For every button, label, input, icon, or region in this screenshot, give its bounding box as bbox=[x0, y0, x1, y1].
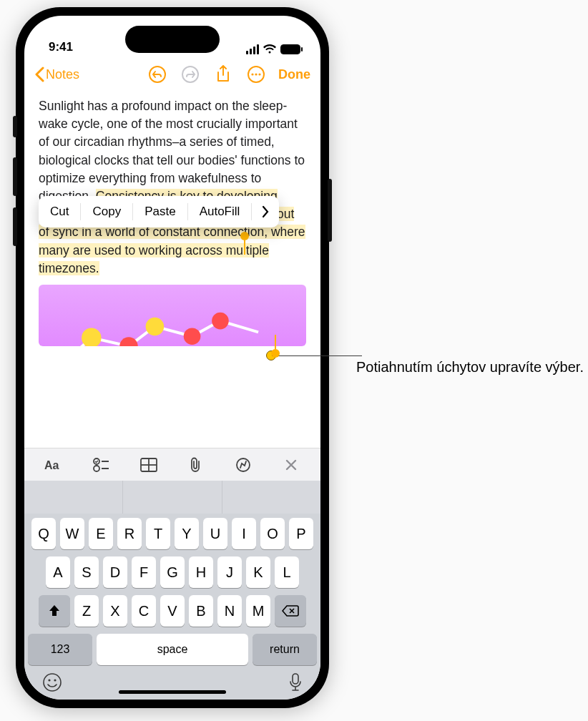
key-numbers[interactable]: 123 bbox=[28, 634, 92, 665]
battery-icon bbox=[280, 44, 300, 54]
key-l[interactable]: L bbox=[275, 556, 299, 588]
keyboard-row-bottom: 123 space return bbox=[28, 634, 317, 665]
svg-point-26 bbox=[44, 674, 61, 691]
emoji-button[interactable] bbox=[42, 672, 62, 692]
close-toolbar-icon[interactable] bbox=[280, 453, 303, 476]
wifi-icon bbox=[263, 44, 276, 54]
key-c[interactable]: C bbox=[132, 595, 156, 627]
markup-icon[interactable] bbox=[232, 453, 255, 476]
key-backspace[interactable] bbox=[275, 595, 306, 627]
key-w[interactable]: W bbox=[60, 518, 84, 549]
ringer-switch bbox=[13, 116, 17, 137]
edit-menu: Cut Copy Paste AutoFill bbox=[39, 196, 279, 227]
callout-leader bbox=[272, 355, 362, 356]
key-d[interactable]: D bbox=[103, 556, 127, 588]
key-p[interactable]: P bbox=[289, 518, 313, 549]
key-h[interactable]: H bbox=[189, 556, 213, 588]
key-k[interactable]: K bbox=[246, 556, 270, 588]
table-icon[interactable] bbox=[137, 453, 160, 476]
key-f[interactable]: F bbox=[132, 556, 156, 588]
key-return[interactable]: return bbox=[253, 634, 317, 665]
back-label: Notes bbox=[46, 67, 79, 82]
redo-button[interactable] bbox=[180, 64, 201, 85]
text-format-icon[interactable]: Aa bbox=[42, 453, 65, 476]
phone-frame: 9:41 Notes bbox=[16, 7, 329, 708]
callout-text: Potiahnutím úchytov upravíte výber. bbox=[356, 358, 584, 376]
keyboard-row-1: Q W E R T Y U I O P bbox=[28, 518, 317, 549]
svg-point-12 bbox=[82, 328, 102, 346]
svg-rect-29 bbox=[293, 674, 298, 684]
menu-item-copy[interactable]: Copy bbox=[81, 203, 133, 220]
key-b[interactable]: B bbox=[189, 595, 213, 627]
format-toolbar: Aa bbox=[24, 448, 320, 481]
svg-point-20 bbox=[94, 466, 99, 471]
menu-item-cut[interactable]: Cut bbox=[39, 203, 81, 220]
note-text[interactable]: Sunlight has a profound impact on the sl… bbox=[39, 97, 306, 278]
key-space[interactable]: space bbox=[97, 634, 248, 665]
suggestion-slot[interactable] bbox=[222, 481, 320, 514]
share-button[interactable] bbox=[212, 64, 234, 85]
undo-button[interactable] bbox=[147, 64, 168, 85]
keyboard-suggestions bbox=[24, 481, 320, 514]
volume-down bbox=[13, 207, 17, 246]
suggestion-slot[interactable] bbox=[24, 481, 123, 514]
menu-item-paste[interactable]: Paste bbox=[133, 203, 187, 220]
keyboard-row-3: Z X C V B N M bbox=[28, 595, 317, 627]
screen: 9:41 Notes bbox=[24, 16, 320, 700]
key-x[interactable]: X bbox=[103, 595, 127, 627]
checklist-icon[interactable] bbox=[89, 453, 112, 476]
selection-handle-end[interactable] bbox=[271, 349, 280, 358]
key-i[interactable]: I bbox=[232, 518, 256, 549]
note-image[interactable] bbox=[39, 285, 306, 346]
volume-up bbox=[13, 157, 17, 196]
key-g[interactable]: G bbox=[160, 556, 185, 588]
attachment-icon[interactable] bbox=[185, 453, 207, 476]
dictation-button[interactable] bbox=[288, 672, 303, 692]
status-time: 9:41 bbox=[49, 40, 73, 54]
back-button[interactable]: Notes bbox=[34, 67, 79, 82]
done-button[interactable]: Done bbox=[278, 67, 310, 82]
key-q[interactable]: Q bbox=[31, 518, 56, 549]
svg-point-28 bbox=[54, 679, 56, 681]
suggestion-slot[interactable] bbox=[123, 481, 222, 514]
key-shift[interactable] bbox=[39, 595, 70, 627]
key-e[interactable]: E bbox=[89, 518, 113, 549]
key-m[interactable]: M bbox=[246, 595, 270, 627]
key-s[interactable]: S bbox=[74, 556, 99, 588]
key-t[interactable]: T bbox=[146, 518, 170, 549]
key-z[interactable]: Z bbox=[74, 595, 99, 627]
svg-point-3 bbox=[251, 73, 253, 75]
svg-point-13 bbox=[119, 337, 138, 346]
svg-point-15 bbox=[184, 328, 201, 345]
key-u[interactable]: U bbox=[203, 518, 227, 549]
key-o[interactable]: O bbox=[260, 518, 285, 549]
key-j[interactable]: J bbox=[217, 556, 242, 588]
key-n[interactable]: N bbox=[217, 595, 242, 627]
key-a[interactable]: A bbox=[46, 556, 70, 588]
dynamic-island bbox=[125, 26, 220, 53]
power-button bbox=[328, 179, 332, 242]
cellular-signal-icon bbox=[246, 44, 259, 54]
navbar: Notes Done bbox=[24, 57, 320, 92]
svg-text:Aa: Aa bbox=[44, 459, 59, 471]
more-button[interactable] bbox=[245, 64, 267, 85]
svg-point-27 bbox=[48, 679, 50, 681]
selection-handle-start[interactable] bbox=[240, 232, 249, 240]
menu-more-button[interactable] bbox=[252, 205, 279, 218]
key-v[interactable]: V bbox=[160, 595, 185, 627]
note-text-before[interactable]: Sunlight has a profound impact on the sl… bbox=[39, 99, 305, 203]
svg-point-16 bbox=[212, 313, 229, 330]
keyboard: Q W E R T Y U I O P A S D F G H J K L bbox=[24, 514, 320, 700]
svg-point-4 bbox=[255, 73, 257, 75]
key-y[interactable]: Y bbox=[175, 518, 199, 549]
svg-point-5 bbox=[258, 73, 260, 75]
keyboard-row-2: A S D F G H J K L bbox=[28, 556, 317, 588]
note-editor[interactable]: Sunlight has a profound impact on the sl… bbox=[24, 92, 320, 448]
key-r[interactable]: R bbox=[117, 518, 142, 549]
svg-point-14 bbox=[146, 318, 165, 336]
home-indicator[interactable] bbox=[119, 690, 226, 694]
menu-item-autofill[interactable]: AutoFill bbox=[188, 203, 253, 220]
